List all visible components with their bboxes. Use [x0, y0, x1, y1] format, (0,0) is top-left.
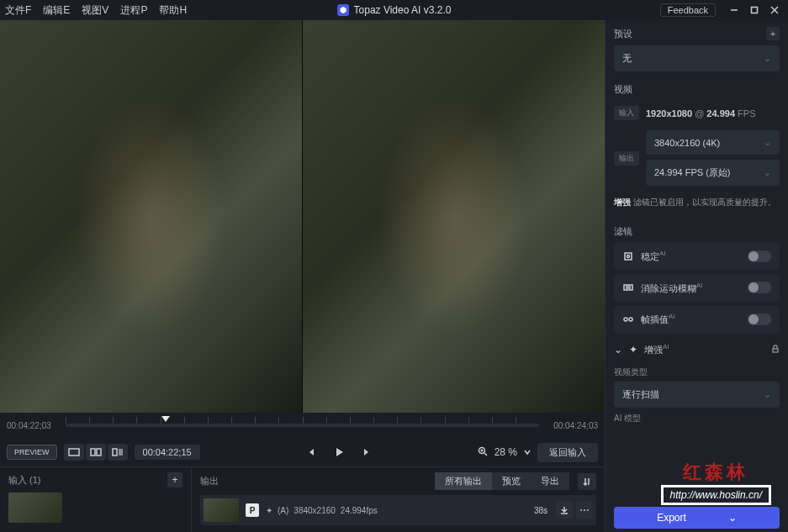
svg-rect-4	[69, 449, 79, 456]
playhead-icon[interactable]	[161, 415, 171, 425]
svg-rect-1	[752, 8, 758, 13]
svg-rect-6	[97, 449, 101, 456]
maximize-button[interactable]	[746, 2, 763, 18]
preview-badge: P	[246, 503, 259, 517]
next-frame-button[interactable]	[360, 445, 375, 460]
menu-view[interactable]: 视图V	[82, 3, 108, 18]
add-input-button[interactable]: +	[167, 472, 182, 487]
video-section-label: 视频	[614, 83, 632, 96]
enhance-note: 增强 滤镜已被启用，以实现高质量的提升。	[614, 191, 780, 213]
timeline-scrubber[interactable]	[66, 424, 539, 427]
preview-right	[303, 20, 605, 413]
output-fps: 24.994fps	[341, 506, 378, 515]
svg-point-19	[629, 318, 632, 321]
ai-model-label: AI 模型	[614, 413, 780, 424]
video-type-dropdown[interactable]: 逐行扫描 ⌄	[614, 382, 780, 408]
menu-process[interactable]: 进程P	[120, 3, 147, 18]
input-panel-title: 输入 (1)	[8, 474, 41, 487]
zoom-in-icon[interactable]	[478, 446, 488, 459]
minimize-button[interactable]	[726, 2, 743, 18]
chevron-down-icon: ⌄	[728, 512, 737, 524]
stabilize-icon	[622, 250, 634, 262]
chevron-down-icon: ⌄	[764, 53, 771, 64]
output-more-button[interactable]: ⋯	[576, 502, 593, 519]
feedback-button[interactable]: Feedback	[660, 3, 716, 17]
filter-deblur[interactable]: 消除运动模糊AI	[614, 275, 780, 302]
tab-export[interactable]: 导出	[531, 472, 569, 490]
export-button[interactable]: Export ⌄	[614, 507, 780, 529]
timecode-end: 00:04:24;03	[539, 421, 598, 430]
preview-left	[0, 20, 303, 413]
filter-stabilize[interactable]: 稳定AI	[614, 243, 780, 270]
chevron-down-icon: ⌄	[764, 167, 771, 178]
svg-line-10	[484, 453, 487, 456]
lock-icon	[771, 344, 780, 356]
app-title: Topaz Video AI v3.2.0	[337, 4, 452, 16]
sparkle-icon: ✦	[266, 506, 272, 515]
output-thumbnail	[204, 498, 239, 522]
svg-point-18	[624, 318, 627, 321]
input-badge: 输入	[614, 106, 639, 120]
view-split-button[interactable]	[86, 444, 106, 461]
svg-rect-15	[624, 285, 632, 290]
close-button[interactable]	[766, 2, 783, 18]
tab-all-output[interactable]: 所有输出	[435, 472, 492, 490]
sparkle-icon: ✦	[627, 344, 639, 356]
output-resolution-dropdown[interactable]: 3840x2160 (4K) ⌄	[646, 130, 780, 155]
svg-rect-5	[91, 449, 95, 456]
svg-rect-20	[773, 349, 778, 352]
preset-dropdown[interactable]: 无 ⌄	[614, 45, 780, 71]
output-badge: 输出	[614, 151, 639, 166]
tab-preview[interactable]: 预览	[492, 472, 531, 490]
output-row[interactable]: P ✦ (A) 3840x2160 24.994fps 38s ⋯	[200, 495, 596, 525]
output-duration: 38s	[534, 506, 547, 515]
return-input-button[interactable]: 返回输入	[537, 443, 598, 462]
prev-frame-button[interactable]	[303, 445, 318, 460]
video-type-label: 视频类型	[614, 366, 780, 378]
menu-help[interactable]: 帮助H	[159, 3, 187, 18]
app-logo-icon	[337, 4, 349, 16]
deblur-toggle[interactable]	[748, 282, 771, 293]
svg-point-14	[627, 255, 630, 257]
menu-edit[interactable]: 编辑E	[43, 3, 70, 18]
stabilize-toggle[interactable]	[748, 250, 771, 262]
output-export-button[interactable]	[556, 502, 573, 519]
svg-rect-8	[119, 449, 123, 456]
timecode-current[interactable]: 00:04:22;15	[135, 445, 200, 460]
interp-icon	[622, 313, 634, 325]
chevron-down-icon[interactable]	[524, 446, 531, 458]
view-side-button[interactable]	[108, 444, 128, 461]
chevron-down-icon: ⌄	[764, 137, 771, 148]
output-resolution: 3840x2160	[294, 506, 336, 515]
view-single-button[interactable]	[64, 444, 84, 461]
zoom-level[interactable]: 28 %	[494, 446, 517, 458]
svg-rect-13	[625, 253, 632, 260]
timecode-start: 00:04:22;03	[7, 421, 66, 430]
filter-enhance[interactable]: ⌄ ✦ 增强AI	[614, 338, 780, 361]
chevron-down-icon: ⌄	[614, 344, 622, 356]
output-fps-dropdown[interactable]: 24.994 FPS (原始) ⌄	[646, 160, 780, 186]
filter-interp[interactable]: 帧插值AI	[614, 306, 780, 333]
filters-label: 滤镜	[614, 225, 632, 238]
play-button[interactable]	[331, 445, 346, 460]
output-panel-title: 输出	[200, 475, 219, 487]
input-thumbnail[interactable]	[8, 492, 62, 523]
interp-toggle[interactable]	[748, 313, 771, 325]
preset-label: 预设	[614, 28, 632, 40]
svg-rect-7	[113, 449, 117, 456]
chevron-down-icon: ⌄	[764, 389, 771, 400]
deblur-icon	[622, 282, 634, 293]
preview-button[interactable]: PREVIEW	[7, 445, 57, 460]
sort-button[interactable]	[578, 473, 596, 490]
add-preset-button[interactable]: +	[766, 27, 780, 40]
preview-area[interactable]	[0, 20, 605, 413]
input-resolution: 1920x1080 @ 24.994 FPS	[646, 108, 755, 119]
output-ai-label: (A)	[278, 506, 288, 515]
menu-file[interactable]: 文件F	[5, 3, 31, 18]
